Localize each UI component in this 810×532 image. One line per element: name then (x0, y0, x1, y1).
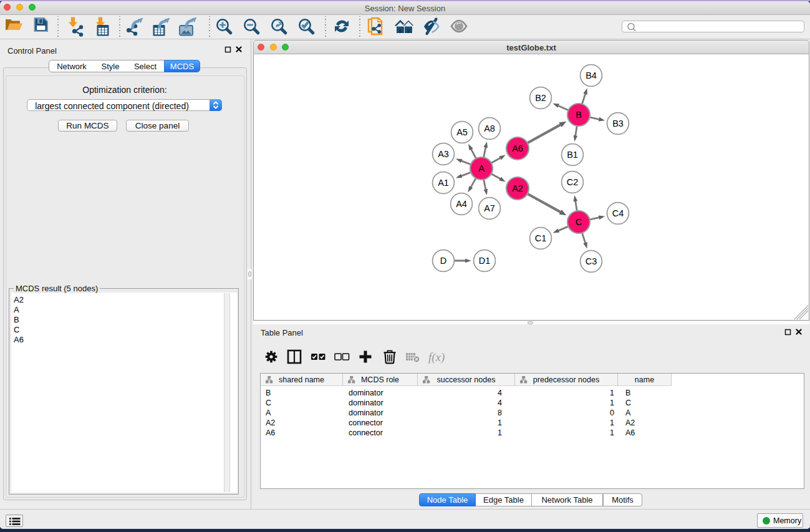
svg-text:A3: A3 (438, 149, 449, 159)
svg-text:A: A (478, 163, 485, 173)
svg-text:A5: A5 (456, 127, 468, 137)
svg-text:C4: C4 (612, 208, 624, 218)
svg-text:D1: D1 (478, 256, 490, 266)
svg-text:B3: B3 (612, 118, 624, 128)
svg-text:A7: A7 (484, 203, 495, 213)
svg-text:A4: A4 (456, 199, 467, 209)
svg-text:A8: A8 (484, 123, 495, 133)
svg-text:B4: B4 (586, 70, 597, 80)
svg-text:C2: C2 (566, 177, 578, 187)
svg-text:f(x): f(x) (428, 351, 445, 364)
svg-text:C: C (575, 217, 581, 227)
svg-text:C3: C3 (585, 256, 597, 266)
svg-text:A2: A2 (512, 183, 523, 193)
svg-text:C1: C1 (534, 233, 546, 243)
svg-text:B2: B2 (535, 93, 546, 103)
svg-text:D: D (440, 256, 446, 266)
svg-text:B1: B1 (567, 150, 578, 160)
svg-text:A1: A1 (438, 178, 449, 188)
svg-text:A6: A6 (512, 143, 523, 153)
svg-text:B: B (576, 110, 582, 120)
